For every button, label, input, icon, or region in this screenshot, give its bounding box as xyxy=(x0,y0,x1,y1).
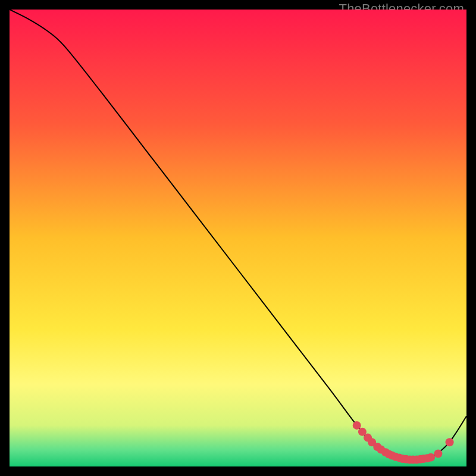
chart-frame: TheBottlenecker.com xyxy=(10,10,466,466)
highlight-point xyxy=(427,453,435,462)
bottleneck-chart xyxy=(10,10,466,466)
chart-background xyxy=(10,10,466,466)
highlight-point xyxy=(446,438,454,446)
highlight-point xyxy=(434,450,442,458)
highlight-point xyxy=(353,421,361,430)
